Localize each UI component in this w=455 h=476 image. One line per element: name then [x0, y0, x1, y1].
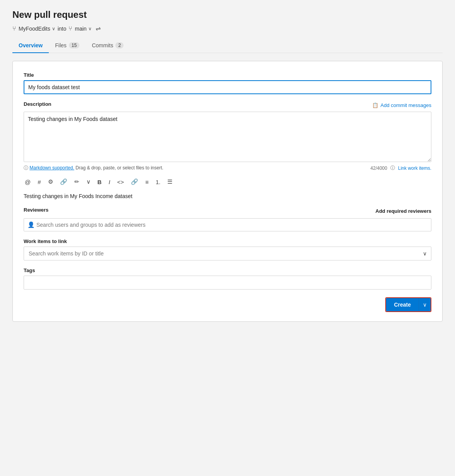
branch-icon-2: ⑂ — [69, 25, 72, 32]
target-branch-label: main — [75, 26, 86, 32]
tab-files[interactable]: Files 15 — [49, 38, 86, 53]
target-branch-chevron: ∨ — [88, 26, 92, 31]
info-icon: ⓘ — [24, 165, 28, 171]
info-icon-2: ⓘ — [390, 165, 395, 171]
description-label: Description — [24, 101, 52, 107]
add-commit-messages-label: Add commit messages — [381, 102, 432, 108]
work-items-label: Work items to link — [24, 238, 431, 244]
link-work-items-link[interactable]: Link work items. — [398, 166, 431, 171]
reviewers-search-input[interactable] — [24, 218, 431, 231]
preview-text: Testing changes in My Foods Income datas… — [24, 193, 431, 199]
branch-icon: ⑂ — [12, 25, 16, 32]
tab-files-label: Files — [55, 42, 67, 48]
clipboard-icon: 📋 — [372, 102, 378, 108]
toolbar-code[interactable]: <> — [116, 178, 125, 186]
toolbar-bold[interactable]: B — [96, 178, 103, 186]
target-branch-selector[interactable]: main ∨ — [75, 26, 91, 32]
create-dropdown-button[interactable]: ∨ — [419, 298, 431, 311]
description-toolbar: @ # ⚙ 🔗 ✏ ∨ B I <> 🔗 ≡ 1. ☰ — [24, 174, 431, 189]
work-items-search-input[interactable] — [24, 247, 431, 260]
toolbar-attach[interactable]: 🔗 — [59, 178, 69, 186]
work-items-dropdown-wrap: ∨ — [24, 247, 431, 260]
swap-icon[interactable]: ⇌ — [96, 25, 101, 32]
tabs: Overview Files 15 Commits 2 — [12, 38, 443, 53]
tab-overview[interactable]: Overview — [12, 38, 49, 53]
description-footer: ⓘ Markdown supported. Drag & drop, paste… — [24, 165, 431, 171]
into-label: into — [58, 26, 67, 32]
toolbar-hashtag[interactable]: # — [36, 178, 42, 186]
tab-files-badge: 15 — [69, 42, 79, 48]
create-button[interactable]: Create — [386, 298, 419, 311]
toolbar-edit[interactable]: ✏ — [73, 178, 81, 186]
source-branch-selector[interactable]: MyFoodEdits ∨ — [19, 26, 55, 32]
branch-bar: ⑂ MyFoodEdits ∨ into ⑂ main ∨ ⇌ — [12, 25, 443, 32]
markdown-hint: ⓘ Markdown supported. Drag & drop, paste… — [24, 165, 163, 171]
tags-input[interactable] — [24, 276, 431, 290]
description-header: Description 📋 Add commit messages — [24, 101, 431, 109]
description-textarea[interactable]: Testing changes in My Foods dataset — [24, 112, 431, 162]
source-branch-label: MyFoodEdits — [19, 26, 50, 32]
toolbar-link[interactable]: 🔗 — [130, 178, 139, 186]
tab-overview-label: Overview — [19, 42, 43, 48]
toolbar-links[interactable]: ⚙ — [47, 178, 54, 186]
toolbar-italic[interactable]: I — [107, 178, 111, 186]
main-card: Title Description 📋 Add commit messages … — [12, 61, 443, 322]
create-chevron-icon: ∨ — [423, 302, 427, 308]
reviewers-header: Reviewers Add required reviewers — [24, 207, 431, 215]
tags-label: Tags — [24, 267, 431, 273]
add-commit-messages-button[interactable]: 📋 Add commit messages — [372, 102, 432, 108]
char-count: 42/4000 — [371, 166, 387, 171]
reviewers-label: Reviewers — [24, 207, 48, 213]
footer-actions: Create ∨ — [24, 297, 431, 312]
toolbar-mention[interactable]: @ — [24, 178, 32, 186]
reviewers-search-wrap: 👤 — [24, 218, 431, 231]
add-required-reviewers-link[interactable]: Add required reviewers — [376, 208, 432, 214]
markdown-link[interactable]: Markdown supported. — [29, 165, 74, 171]
tab-commits-label: Commits — [92, 42, 113, 48]
page-title: New pull request — [12, 9, 443, 20]
tab-commits[interactable]: Commits 2 — [86, 38, 130, 53]
tab-commits-badge: 2 — [115, 42, 124, 48]
source-branch-chevron: ∨ — [52, 26, 55, 31]
toolbar-ordered-list[interactable]: 1. — [155, 178, 162, 186]
title-label: Title — [24, 72, 431, 78]
create-button-group: Create ∨ — [385, 297, 431, 312]
toolbar-unordered-list[interactable]: ≡ — [144, 178, 150, 186]
drag-drop-hint: Drag & drop, paste, or select files to i… — [76, 165, 163, 171]
user-icon: 👤 — [27, 221, 35, 228]
title-input[interactable] — [24, 80, 431, 94]
toolbar-dropdown[interactable]: ∨ — [85, 178, 92, 186]
toolbar-task-list[interactable]: ☰ — [166, 178, 173, 186]
